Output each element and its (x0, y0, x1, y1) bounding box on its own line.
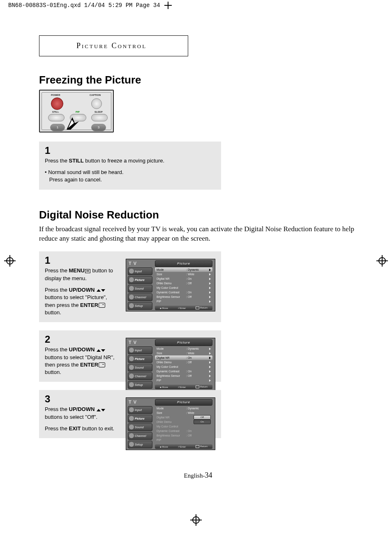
osd-bottom-bar: Move Enter Return (155, 306, 212, 310)
sidebar-item: Setup (128, 441, 152, 448)
dnr-intro-text: If the broadcast signal received by your… (39, 225, 357, 244)
step-freeze-1: 1 Press the STILL button to freeze a mov… (39, 142, 221, 190)
osd-sidebar: Input Picture Sound Channel Setup (128, 267, 152, 305)
heading-freezing: Freezing the Picture (39, 74, 357, 86)
page-content: Picture Control Freezing the Picture POW… (0, 11, 392, 480)
osd-tv-label: T V (129, 399, 137, 404)
caption-button-icon (91, 98, 102, 109)
option-pills: Off (192, 415, 211, 420)
power-button-icon (51, 98, 63, 110)
num3-button-icon: 3 (91, 124, 106, 131)
osd-title: Picture (155, 339, 212, 346)
osd-tv-label: T V (129, 340, 137, 345)
osd-title: Picture (155, 399, 212, 406)
osd-sidebar: Input Picture Sound Channel Setup (128, 346, 152, 384)
sidebar-item: Input (128, 267, 152, 275)
osd-content: Mode: Dynamic Size: Wide Digital NR: On … (155, 346, 212, 384)
osd-content: Mode: Dynamic Size: Wide Digital NR: On … (155, 267, 212, 305)
section-title: Picture Control (76, 42, 147, 50)
osd-bottom-bar: Move Enter Return (155, 385, 212, 389)
sidebar-item: Picture (128, 276, 152, 284)
pill-off: Off (194, 415, 211, 420)
remote-label-caption: CAPTION (90, 94, 101, 96)
sidebar-item: Input (128, 406, 152, 414)
osd-tv-label: T V (129, 261, 137, 266)
step-text: Press the MENU button to display the men… (45, 267, 115, 316)
sidebar-item: Sound (128, 364, 152, 372)
remote-illustration: POWER CAPTION STILL PIP SLEEP 1 3 (39, 90, 114, 132)
enter-icon (99, 303, 105, 308)
osd-sidebar: Input Picture Sound Channel Setup (128, 406, 152, 444)
sidebar-item: Picture (128, 415, 152, 423)
enter-icon (99, 362, 105, 367)
step-dnr-3: 3 Press the UP/DOWN buttons to select "O… (39, 390, 221, 438)
menu-icon (85, 269, 90, 273)
osd-bottom-bar: Move Enter Return (155, 444, 212, 449)
header-text: BN68-00883S-01Eng.qxd 1/4/04 5:29 PM Pag… (8, 2, 160, 9)
remote-label-still: STILL (52, 111, 59, 113)
step-dnr-1: 1 Press the MENU button to display the m… (39, 251, 221, 322)
step-dnr-2: 2 Press the UP/DOWN buttons to select "D… (39, 330, 221, 382)
remote-label-power: POWER (51, 94, 60, 96)
sidebar-item: Channel (128, 372, 152, 380)
registration-mark-bottom (190, 514, 202, 526)
sleep-button-icon (91, 114, 108, 121)
sidebar-item: Channel (128, 293, 152, 301)
osd-screenshot-3: T V Picture Input Picture Sound Channel … (126, 397, 215, 450)
updown-icon (97, 286, 105, 294)
still-button-icon (48, 114, 65, 121)
osd-screenshot-1: T V Picture Input Picture Sound Channel … (126, 259, 215, 311)
crop-mark-icon (164, 2, 172, 9)
heading-dnr: Digital Noise Reduction (39, 209, 357, 221)
osd-content: Mode: Dynamic Size: Wide Digital NR Off … (155, 406, 212, 444)
osd-screenshot-2: T V Picture Input Picture Sound Channel … (126, 338, 215, 390)
registration-mark-right (376, 255, 388, 267)
page-footer: English-34 (39, 471, 357, 480)
prepress-header: BN68-00883S-01Eng.qxd 1/4/04 5:29 PM Pag… (0, 0, 392, 11)
osd-title: Picture (155, 260, 212, 267)
num1-button-icon: 1 (50, 124, 65, 131)
option-pills: On (192, 420, 211, 424)
sidebar-item: Sound (128, 285, 152, 293)
step-text: Press the UP/DOWN buttons to select "Off… (45, 406, 115, 432)
pill-on: On (194, 420, 211, 424)
sidebar-item: Setup (128, 381, 152, 389)
sidebar-item: Setup (128, 302, 152, 310)
remote-label-pip: PIP (76, 111, 80, 113)
updown-icon (97, 346, 105, 354)
remote-label-sleep: SLEEP (95, 111, 103, 113)
sidebar-item: Picture (128, 355, 152, 363)
updown-icon (97, 406, 105, 413)
sidebar-item: Input (128, 346, 152, 354)
sidebar-item: Channel (128, 432, 152, 440)
section-title-box: Picture Control (39, 35, 188, 56)
registration-mark-left (4, 255, 16, 267)
step-text: Press the UP/DOWN buttons to select "Dig… (45, 346, 115, 376)
sidebar-item: Sound (128, 423, 152, 431)
step-text: Press the STILL button to freeze a movin… (45, 157, 215, 184)
step-number: 1 (45, 145, 215, 156)
